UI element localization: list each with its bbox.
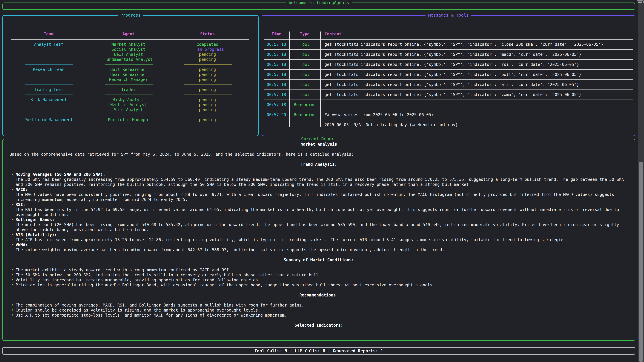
bullet-title: RSI: [16,202,628,207]
status-cell: pending [167,72,248,77]
team-cell [8,52,89,57]
message-row-separator [264,99,633,100]
bullet-text: The combination of moving averages, MACD… [16,303,304,308]
message-row: 00:57:18Toolget_stockstats_indicators_re… [262,82,635,87]
message-row: 00:57:20Reasoning## vwma values from 202… [262,112,635,117]
time-cell: 00:57:18 [264,52,289,57]
messages-table-header: Time Type Content [262,31,635,36]
progress-row: Analyst TeamMarket Analystcompleted [3,42,258,47]
time-cell: 00:57:18 [264,42,289,47]
progress-row: Portfolio ManagementPortfolio Managerpen… [3,117,258,122]
content-cell: get_stockstats_indicators_report_online:… [324,62,632,67]
status-cell: pending [167,67,248,72]
bullet-text: The volume-weighted moving average has b… [16,247,628,252]
message-row-separator [264,59,633,60]
separator-line [105,125,153,125]
report-bullet: •The combination of moving averages, MAC… [10,303,628,308]
message-row-separator [264,49,633,50]
status-cell: pending [167,87,248,92]
type-cell: Tool [290,82,320,87]
bullet-title: MACD: [16,187,628,192]
type-cell: Reasoning [290,102,320,107]
type-cell: Tool [290,42,320,47]
bullet-title: Moving Averages (50 SMA and 200 SMA): [16,172,628,177]
separator-line [105,64,153,65]
bullet-text: The middle band (20 SMA) has been rising… [16,222,628,232]
separator-line [25,94,73,95]
bullet-text: Use ATR to set appropriate stop-loss lev… [16,313,287,318]
bullet-icon: • [12,278,14,283]
message-row: 00:57:18Toolget_stockstats_indicators_re… [262,52,635,57]
content-cell: get_stockstats_indicators_report_online:… [324,42,632,47]
bullet-icon: • [12,202,14,207]
bullet-title: Bollinger Bands: [16,217,628,222]
scrollbar-thumb[interactable] [639,162,643,362]
report-body: Market AnalysisBased on the comprehensiv… [3,139,635,340]
type-cell: Reasoning [290,112,320,117]
separator-line [184,84,232,85]
app-title: Welcome to TradingAgents [286,0,352,5]
report-heading: Summary of Market Conditions: [10,257,628,263]
message-row-continuation: 2025-06-05: N/A: Not a trading day (week… [262,122,635,127]
status-cell: pending [167,117,248,122]
report-bullet: •MACD:The MACD values have been consiste… [10,187,628,202]
message-row: 00:57:18Toolget_stockstats_indicators_re… [262,62,635,67]
agent-cell: Portfolio Manager [88,117,169,122]
bullet-icon: • [12,172,14,177]
type-cell: Tool [290,62,320,67]
agent-cell: Risky Analyst [88,97,169,102]
agent-cell: Fundamentals Analyst [88,57,169,62]
message-row: 00:57:18Toolget_stockstats_indicators_re… [262,92,635,97]
status-cell: pending [167,102,248,107]
bullet-icon: • [12,242,14,247]
messages-tools-panel: Messages & Tools Time Type Content 00:57… [262,15,635,136]
status-cell: pending [167,107,248,112]
progress-col-agent: Agent [88,31,169,36]
scrollbar-menu-button[interactable] [637,0,644,3]
separator-line [184,115,232,115]
separator-line [184,94,232,95]
bullet-title: VWMA: [16,242,628,247]
separator-line [25,84,73,85]
report-heading: Market Analysis [10,142,628,147]
bullet-icon: • [12,273,14,278]
status-cell: pending [167,97,248,102]
report-bullet: •ATR (Volatility):The ATR has increased … [10,232,628,242]
bullet-text: The MACD values have been consistently p… [16,192,628,202]
progress-team-separator [3,122,258,127]
progress-team-separator [3,92,258,97]
status-cell: ⋮in_progress [167,47,248,52]
report-bullet: •Use ATR to set appropriate stop-loss le… [10,313,628,318]
agent-cell: Safe Analyst [88,107,169,112]
separator-line [105,115,153,115]
progress-header-rule [11,39,249,39]
content-cell: ## vwma values from 2025-05-06 to 2025-0… [324,112,632,117]
bullet-text: The ATR has increased from approximately… [16,237,628,242]
bullet-text: Caution should be exercised as volatilit… [16,308,260,313]
progress-row: Bear Researcherpending [3,72,258,77]
stats-footer: Tool Calls: 9 | LLM Calls: 6 | Generated… [2,347,635,355]
progress-row: Risk ManagementRisky Analystpending [3,97,258,102]
progress-row: Trading TeamTraderpending [3,87,258,92]
report-heading: Trend Analysis: [10,162,628,167]
messages-col-type: Type [290,31,320,36]
message-row-separator [264,110,633,110]
team-cell: Analyst Team [8,42,89,47]
progress-row: Safe Analystpending [3,107,258,112]
progress-row: Neutral Analystpending [3,102,258,107]
report-bullet: •RSI:The RSI has been mostly in the 54.9… [10,202,628,217]
type-cell: Tool [290,52,320,57]
bullet-text: The 50 SMA has been gradually increasing… [16,177,628,187]
message-row: 00:57:18Toolget_stockstats_indicators_re… [262,72,635,77]
content-cell: get_stockstats_indicators_report_online:… [324,72,632,77]
agent-cell: Market Analyst [88,42,169,47]
progress-panel-title: Progress [118,13,143,17]
report-bullet: •Volatility has increased but remains ma… [10,278,628,283]
bullet-title: ATR (Volatility): [16,232,628,237]
separator-line [184,125,232,125]
separator-line [105,84,153,85]
scrollbar-track[interactable] [638,0,644,362]
type-cell: Tool [290,92,320,97]
progress-team-separator [3,82,258,87]
bullet-icon: • [12,313,14,318]
